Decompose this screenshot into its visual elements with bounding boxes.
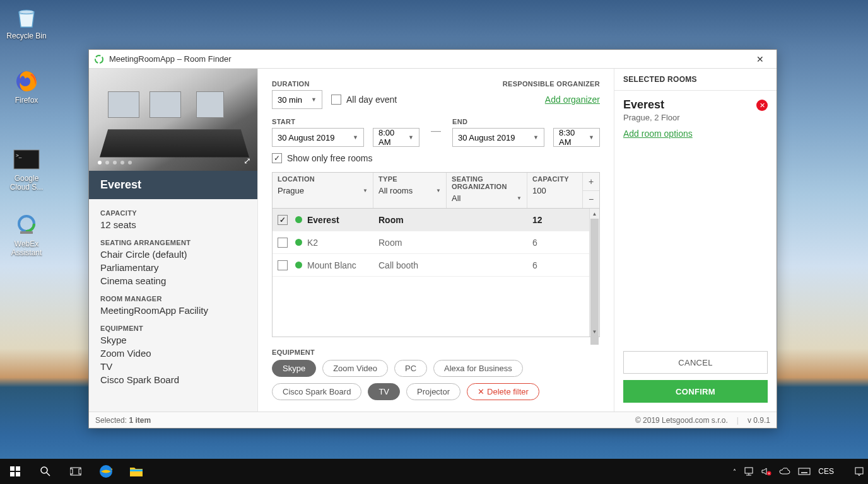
- selected-count-label: Selected: 1 item: [95, 416, 151, 425]
- remove-room-button[interactable]: ✕: [756, 100, 768, 111]
- start-date-select[interactable]: 30 August 2019▼: [272, 128, 364, 147]
- rooms-table: LOCATION Prague▼ TYPE All rooms▼ SEATING…: [272, 172, 600, 337]
- chevron-down-icon: ▼: [408, 134, 414, 141]
- equipment-pill[interactable]: TV: [368, 383, 400, 400]
- selected-room-name: Everest: [623, 98, 768, 112]
- task-view-icon: [70, 467, 81, 476]
- titlebar[interactable]: MeetingRoomApp – Room Finder ✕: [89, 50, 777, 69]
- task-view-button[interactable]: [61, 459, 91, 484]
- room-name-header: Everest: [89, 171, 257, 199]
- end-date-select[interactable]: 30 August 2019▼: [452, 128, 544, 147]
- table-row[interactable]: Everest Room 12: [273, 209, 589, 231]
- svg-line-13: [47, 473, 50, 476]
- desktop-icon-firefox[interactable]: Firefox: [4, 68, 49, 105]
- photo-expand-icon[interactable]: ⤢: [243, 156, 251, 166]
- table-scrollbar[interactable]: ▲ ▼: [589, 209, 599, 337]
- equipment-pill[interactable]: Zoom Video: [322, 360, 388, 377]
- equipment-pill[interactable]: Skype: [272, 360, 316, 377]
- tray-language[interactable]: CES: [814, 459, 838, 484]
- tray-cloud[interactable]: [775, 459, 794, 484]
- selected-rooms-panel: SELECTED ROOMS Everest Prague, 2 Floor ✕…: [614, 69, 777, 412]
- seating-value-2: Cinema seating: [100, 274, 246, 287]
- chevron-down-icon: ▼: [353, 134, 358, 141]
- start-time-select[interactable]: 8:00 AM▼: [373, 128, 419, 147]
- add-organizer-link[interactable]: Add organizer: [503, 90, 600, 109]
- chevron-down-icon: ▼: [363, 188, 368, 193]
- cloud-icon: [779, 467, 790, 476]
- col-seating-label: SEATING ORGANIZATION: [452, 175, 522, 190]
- ie-icon: [98, 463, 114, 480]
- svg-point-0: [19, 10, 34, 14]
- start-label: START: [272, 118, 364, 125]
- table-row[interactable]: Mount Blanc Call booth 6: [273, 254, 589, 277]
- equipment-pill[interactable]: PC: [394, 360, 427, 377]
- notification-icon: [854, 466, 864, 476]
- confirm-button[interactable]: CONFIRM: [623, 380, 768, 403]
- chevron-up-icon: ˄: [733, 468, 736, 475]
- tray-keyboard[interactable]: [794, 459, 814, 484]
- windows-icon: [10, 466, 20, 476]
- desktop-icon-webex[interactable]: WebEx Assistant: [4, 212, 49, 258]
- svg-rect-8: [10, 466, 15, 471]
- duration-label: DURATION: [272, 80, 322, 88]
- tray-network[interactable]: [740, 459, 758, 484]
- search-button[interactable]: [30, 459, 61, 484]
- chevron-down-icon: ▼: [311, 96, 317, 103]
- location-filter[interactable]: Prague▼: [278, 184, 368, 197]
- row-checkbox[interactable]: [278, 260, 288, 270]
- cancel-button[interactable]: CANCEL: [623, 351, 768, 374]
- room-photo[interactable]: ⤢: [89, 69, 257, 171]
- keyboard-icon: [798, 468, 811, 475]
- equipment-pill[interactable]: Alexa for Business: [433, 360, 523, 377]
- row-checkbox[interactable]: [278, 215, 288, 225]
- svg-rect-11: [16, 472, 20, 476]
- photo-carousel-dots[interactable]: [98, 161, 132, 164]
- type-filter[interactable]: All rooms▼: [378, 184, 441, 197]
- version-text: v 0.9.1: [748, 416, 770, 425]
- terminal-icon: >_: [13, 146, 40, 173]
- capacity-label: CAPACITY: [100, 209, 246, 217]
- desktop-icon-recycle-bin[interactable]: Recycle Bin: [4, 4, 49, 40]
- seating-label: SEATING ARRANGEMENT: [100, 239, 246, 246]
- rooms-list: Everest Room 12 K2 Roo: [273, 209, 589, 337]
- taskbar-explorer[interactable]: [121, 459, 151, 484]
- capacity-plus-button[interactable]: +: [583, 173, 599, 191]
- equipment-pill[interactable]: Projector: [406, 383, 460, 400]
- manager-label: ROOM MANAGER: [100, 295, 246, 302]
- scroll-down-icon[interactable]: ▼: [590, 326, 599, 337]
- taskbar: ˄ ✕ CES: [0, 459, 868, 484]
- taskbar-ie[interactable]: [91, 459, 121, 484]
- svg-rect-19: [130, 470, 143, 471]
- capacity-filter[interactable]: 100: [532, 184, 577, 197]
- end-time-select[interactable]: 8:30 AM▼: [553, 128, 600, 147]
- equipment-value-0: Skype: [100, 333, 246, 347]
- scroll-up-icon[interactable]: ▲: [590, 209, 599, 219]
- tray-volume[interactable]: ✕: [758, 459, 775, 484]
- recycle-bin-icon: [13, 4, 40, 30]
- svg-rect-32: [855, 468, 863, 474]
- tray-notifications[interactable]: [850, 459, 868, 484]
- delete-filter-button[interactable]: ✕ Delete filter: [467, 383, 539, 400]
- free-rooms-checkbox[interactable]: [272, 153, 282, 163]
- svg-point-7: [95, 55, 103, 63]
- svg-rect-16: [79, 469, 81, 474]
- equipment-value-3: Cisco Spark Board: [100, 373, 246, 386]
- table-row[interactable]: K2 Room 6: [273, 231, 589, 254]
- capacity-minus-button[interactable]: −: [583, 191, 599, 209]
- window-close-button[interactable]: ✕: [749, 52, 771, 67]
- scroll-thumb[interactable]: [590, 219, 599, 345]
- row-checkbox[interactable]: [278, 238, 288, 248]
- all-day-checkbox[interactable]: [331, 95, 341, 105]
- add-room-options-link[interactable]: Add room options: [623, 129, 768, 139]
- duration-select[interactable]: 30 min▼: [272, 90, 322, 109]
- start-button[interactable]: [0, 459, 30, 484]
- equipment-pill[interactable]: Cisco Spark Board: [272, 383, 361, 400]
- desktop-icon-google-cloud[interactable]: >_ Google Cloud S...: [4, 146, 49, 192]
- seating-filter[interactable]: All▼: [452, 192, 522, 204]
- responsible-label: RESPONSIBLE ORGANIZER: [503, 80, 600, 88]
- equipment-filter-label: EQUIPMENT: [272, 349, 600, 356]
- svg-rect-20: [745, 468, 753, 473]
- tray-chevron[interactable]: ˄: [729, 459, 740, 484]
- window-title: MeetingRoomApp – Room Finder: [109, 54, 232, 64]
- selected-room-item: Everest Prague, 2 Floor ✕ Add room optio…: [614, 91, 777, 146]
